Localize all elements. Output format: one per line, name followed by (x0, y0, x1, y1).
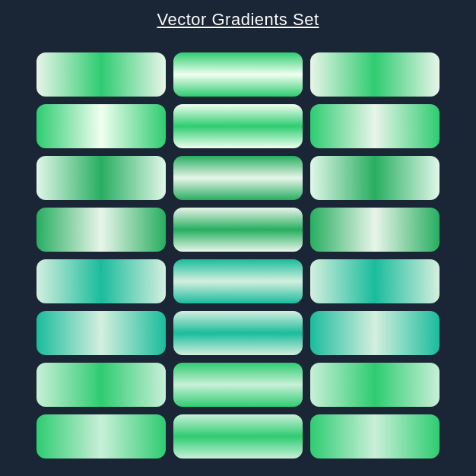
gradient-tile-8[interactable] (173, 156, 303, 200)
gradient-tile-11[interactable] (173, 208, 303, 252)
gradient-tile-22[interactable] (36, 414, 166, 459)
gradient-tile-21[interactable] (310, 363, 440, 407)
gradient-tile-4[interactable] (36, 104, 166, 148)
gradient-tile-3[interactable] (310, 52, 440, 97)
gradient-tile-23[interactable] (173, 414, 303, 459)
gradient-tile-17[interactable] (173, 311, 303, 355)
gradient-tile-9[interactable] (310, 156, 440, 200)
gradient-tile-7[interactable] (36, 156, 166, 200)
gradient-tile-6[interactable] (310, 104, 440, 148)
gradient-tile-14[interactable] (173, 259, 303, 303)
gradient-tile-19[interactable] (36, 363, 166, 407)
gradient-tile-18[interactable] (310, 311, 440, 355)
page-title: Vector Gradients Set (157, 10, 319, 30)
gradient-tile-5[interactable] (173, 104, 303, 148)
gradient-grid (29, 45, 447, 466)
gradient-tile-13[interactable] (36, 259, 166, 303)
gradient-tile-15[interactable] (310, 259, 440, 303)
gradient-tile-24[interactable] (310, 414, 440, 459)
gradient-tile-10[interactable] (36, 208, 166, 252)
gradient-tile-1[interactable] (36, 52, 166, 97)
gradient-tile-2[interactable] (173, 52, 303, 97)
gradient-tile-20[interactable] (173, 363, 303, 407)
gradient-tile-12[interactable] (310, 208, 440, 252)
gradient-tile-16[interactable] (36, 311, 166, 355)
